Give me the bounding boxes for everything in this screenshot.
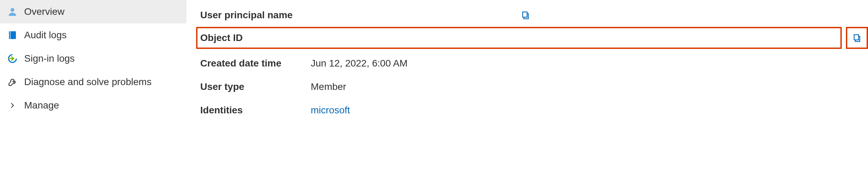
svg-point-0 <box>11 8 15 12</box>
sidebar-item-audit-logs[interactable]: Audit logs <box>0 23 186 47</box>
book-icon <box>6 29 19 41</box>
user-icon <box>6 6 19 18</box>
user-details-panel: User principal name Object ID Created da… <box>186 0 868 195</box>
identities-label: Identities <box>200 105 311 116</box>
sidebar-item-diagnose[interactable]: Diagnose and solve problems <box>0 70 186 94</box>
identities-row: Identities microsoft <box>200 99 868 122</box>
sidebar-item-overview[interactable]: Overview <box>0 0 186 23</box>
copy-object-id-button[interactable] <box>846 27 868 49</box>
sidebar-item-label: Manage <box>24 100 59 111</box>
sidebar-item-manage[interactable]: Manage <box>0 94 186 117</box>
sidebar-item-label: Audit logs <box>24 30 67 41</box>
created-date-label: Created date time <box>200 58 311 69</box>
sidebar: Overview Audit logs Sign-in logs Diagnos… <box>0 0 186 195</box>
user-principal-name-label: User principal name <box>200 10 311 21</box>
sidebar-item-label: Diagnose and solve problems <box>24 76 152 88</box>
sidebar-item-signin-logs[interactable]: Sign-in logs <box>0 47 186 70</box>
user-type-label: User type <box>200 81 311 92</box>
object-id-row-highlight: Object ID <box>196 27 842 49</box>
object-id-label: Object ID <box>200 32 311 43</box>
identities-value[interactable]: microsoft <box>311 105 868 116</box>
created-date-value: Jun 12, 2022, 6:00 AM <box>311 58 868 69</box>
created-date-row: Created date time Jun 12, 2022, 6:00 AM <box>200 52 868 75</box>
sidebar-item-label: Overview <box>24 6 65 17</box>
wrench-icon <box>6 76 19 88</box>
signin-icon <box>6 52 19 65</box>
svg-rect-5 <box>523 12 527 17</box>
chevron-right-icon <box>6 99 19 112</box>
svg-rect-2 <box>10 31 11 39</box>
sidebar-item-label: Sign-in logs <box>24 53 75 64</box>
svg-rect-7 <box>854 35 859 40</box>
object-id-row: Object ID <box>200 28 840 48</box>
user-type-value: Member <box>311 81 868 92</box>
user-type-row: User type Member <box>200 75 868 99</box>
copy-user-principal-name-button[interactable] <box>519 9 532 21</box>
user-principal-name-row: User principal name <box>200 3 512 27</box>
